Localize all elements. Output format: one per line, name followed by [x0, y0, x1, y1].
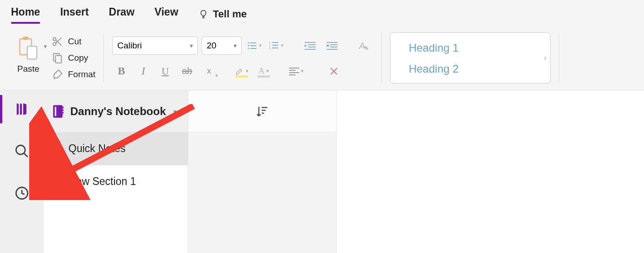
svg-point-11 [248, 47, 249, 49]
search-rail-button[interactable] [11, 141, 32, 162]
notebooks-icon [14, 101, 30, 117]
svg-rect-24 [330, 44, 338, 45]
tab-draw[interactable]: Draw [109, 6, 135, 23]
left-rail [0, 90, 44, 253]
format-painter-icon [52, 69, 63, 80]
svg-rect-26 [327, 49, 338, 50]
search-icon [14, 143, 30, 159]
sort-icon [255, 105, 269, 118]
group-styles: Heading 1 Heading 2 › [384, 28, 557, 87]
outdent-icon [305, 41, 316, 50]
highlighter-icon [235, 67, 244, 76]
font-color-icon: A [259, 66, 265, 76]
svg-point-9 [248, 45, 249, 46]
copy-icon [52, 52, 63, 64]
x-icon [328, 66, 339, 77]
svg-rect-20 [308, 44, 316, 45]
copy-button[interactable]: Copy [52, 52, 95, 64]
svg-rect-6 [56, 55, 62, 63]
notebook-title: Danny's Notebook [70, 105, 166, 118]
numbered-list-button[interactable]: 123 [267, 37, 286, 54]
format-painter-button[interactable]: Format [52, 69, 95, 80]
page-canvas[interactable] [337, 90, 644, 253]
outdent-button[interactable] [301, 37, 319, 54]
bullets-icon [247, 41, 257, 50]
lightbulb-icon [198, 8, 208, 20]
delete-button[interactable] [325, 63, 343, 79]
ribbon-home: Paste ▾ Cut Copy Format [0, 24, 644, 90]
svg-rect-22 [305, 49, 316, 50]
svg-point-4 [53, 42, 56, 46]
font-name-value: Calibri [117, 41, 142, 51]
bold-button[interactable]: B [112, 63, 130, 79]
chevron-down-icon: ▾ [173, 108, 177, 115]
svg-rect-8 [250, 42, 256, 43]
svg-rect-37 [62, 112, 63, 113]
font-size-value: 20 [207, 41, 216, 51]
ribbon-tabs: Home Insert Draw View Tell me [0, 0, 644, 24]
indent-icon [327, 41, 338, 50]
strikethrough-button[interactable]: ab [178, 63, 196, 79]
group-clipboard: Paste ▾ Cut Copy Format [9, 28, 102, 87]
cut-button[interactable]: Cut [52, 36, 95, 47]
svg-rect-16 [272, 45, 278, 46]
svg-point-32 [16, 145, 25, 154]
style-heading-2[interactable]: Heading 2 [396, 63, 545, 75]
section-item-new-section-1[interactable]: New Section 1 [44, 165, 188, 198]
styles-expand-button[interactable]: › [544, 54, 546, 62]
paste-icon [16, 36, 41, 61]
svg-rect-35 [62, 106, 63, 108]
indent-button[interactable] [323, 37, 341, 54]
svg-rect-2 [27, 46, 37, 59]
copy-label: Copy [68, 53, 88, 63]
numbered-list-icon: 123 [269, 41, 279, 50]
section-label: New Section 1 [68, 175, 136, 188]
scissors-icon [52, 36, 63, 47]
svg-rect-25 [330, 47, 338, 47]
chevron-down-icon: ▾ [234, 42, 237, 49]
italic-button[interactable]: I [134, 63, 152, 79]
cut-label: Cut [68, 37, 82, 47]
section-item-quick-notes[interactable]: Quick Notes [44, 132, 188, 165]
bullets-button[interactable] [245, 37, 264, 54]
underline-button[interactable]: U [156, 63, 174, 79]
sections-panel: Danny's Notebook ▾ Quick Notes New Secti… [44, 90, 188, 253]
clear-formatting-button[interactable]: A [355, 37, 373, 54]
section-color-tab [54, 174, 60, 190]
subscript-button[interactable]: x [200, 63, 218, 79]
svg-rect-31 [289, 74, 296, 75]
svg-text:A: A [358, 40, 365, 50]
tab-insert[interactable]: Insert [60, 6, 89, 23]
font-size-select[interactable]: 20 ▾ [202, 37, 242, 55]
align-left-icon [289, 67, 299, 75]
highlight-color-button[interactable] [233, 63, 251, 79]
tell-me-label: Tell me [213, 8, 247, 20]
font-name-select[interactable]: Calibri ▾ [112, 37, 198, 55]
pages-panel [188, 90, 337, 253]
tell-me-search[interactable]: Tell me [198, 8, 247, 20]
svg-rect-18 [272, 47, 278, 48]
font-color-button[interactable]: A [254, 63, 273, 79]
paste-label: Paste [17, 64, 40, 74]
recent-rail-button[interactable] [11, 183, 32, 204]
pages-sort-button[interactable] [188, 90, 336, 132]
section-color-tab [54, 141, 60, 157]
notebook-select[interactable]: Danny's Notebook ▾ [44, 90, 188, 132]
tab-view[interactable]: View [155, 6, 178, 23]
notebooks-rail-button[interactable] [11, 99, 32, 120]
svg-rect-30 [289, 72, 299, 73]
style-heading-1[interactable]: Heading 1 [396, 42, 545, 54]
styles-gallery[interactable]: Heading 1 Heading 2 › [390, 32, 551, 84]
content-area: Danny's Notebook ▾ Quick Notes New Secti… [0, 90, 644, 253]
tab-home[interactable]: Home [11, 6, 40, 23]
paste-dropdown[interactable]: ▾ [44, 43, 47, 50]
align-button[interactable] [287, 63, 306, 79]
svg-rect-10 [250, 45, 256, 46]
svg-rect-21 [308, 47, 316, 47]
group-font: Calibri ▾ 20 ▾ 123 [106, 28, 379, 87]
svg-rect-34 [53, 105, 63, 117]
svg-rect-12 [250, 48, 256, 49]
clear-formatting-icon: A [358, 40, 370, 52]
paste-button[interactable]: Paste [16, 36, 41, 80]
svg-rect-19 [305, 42, 316, 43]
